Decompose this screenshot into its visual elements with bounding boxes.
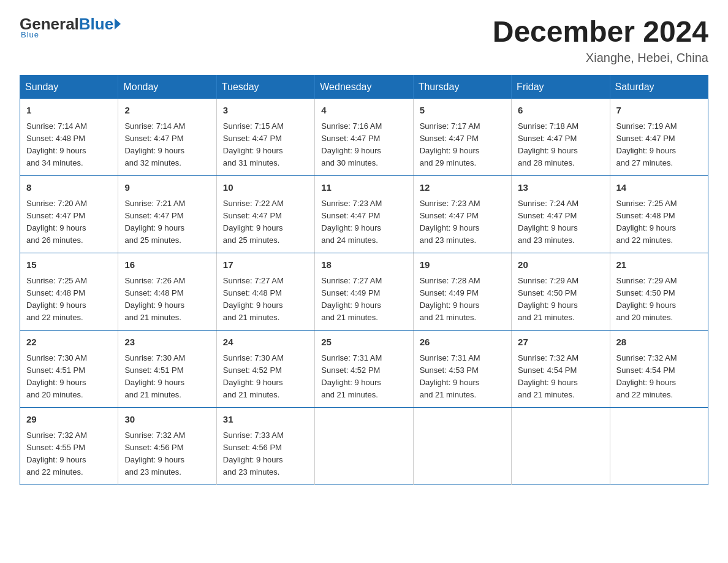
calendar-cell: 26 Sunrise: 7:31 AM Sunset: 4:53 PM Dayl… [413, 331, 511, 408]
day-number: 25 [321, 335, 406, 350]
day-number: 6 [518, 104, 603, 118]
day-info: Sunrise: 7:17 AM Sunset: 4:47 PM Dayligh… [420, 120, 505, 170]
day-number: 14 [616, 181, 702, 195]
day-number: 15 [26, 258, 112, 272]
day-info: Sunrise: 7:26 AM Sunset: 4:48 PM Dayligh… [124, 275, 210, 324]
day-number: 5 [420, 104, 505, 118]
day-info: Sunrise: 7:23 AM Sunset: 4:47 PM Dayligh… [420, 197, 505, 247]
calendar-cell [610, 408, 708, 485]
calendar-header-row: SundayMondayTuesdayWednesdayThursdayFrid… [20, 75, 708, 99]
title-block: December 2024 Xianghe, Hebei, China [493, 15, 708, 65]
calendar-cell: 8 Sunrise: 7:20 AM Sunset: 4:47 PM Dayli… [20, 176, 118, 253]
week-row-4: 22 Sunrise: 7:30 AM Sunset: 4:51 PM Dayl… [20, 331, 708, 408]
calendar-cell: 31 Sunrise: 7:33 AM Sunset: 4:56 PM Dayl… [216, 408, 314, 485]
day-info: Sunrise: 7:25 AM Sunset: 4:48 PM Dayligh… [26, 275, 112, 324]
calendar-cell: 11 Sunrise: 7:23 AM Sunset: 4:47 PM Dayl… [315, 176, 413, 253]
day-info: Sunrise: 7:27 AM Sunset: 4:48 PM Dayligh… [223, 275, 308, 324]
page-header: General Blue Blue December 2024 Xianghe,… [20, 15, 708, 65]
day-info: Sunrise: 7:32 AM Sunset: 4:55 PM Dayligh… [26, 429, 112, 479]
header-saturday: Saturday [610, 75, 708, 99]
calendar-cell: 22 Sunrise: 7:30 AM Sunset: 4:51 PM Dayl… [20, 331, 118, 408]
day-number: 2 [124, 104, 210, 118]
calendar-cell: 27 Sunrise: 7:32 AM Sunset: 4:54 PM Dayl… [512, 331, 610, 408]
day-number: 29 [26, 413, 112, 427]
header-wednesday: Wednesday [315, 75, 413, 99]
day-info: Sunrise: 7:20 AM Sunset: 4:47 PM Dayligh… [26, 197, 112, 247]
header-thursday: Thursday [413, 75, 511, 99]
day-number: 31 [223, 413, 308, 427]
calendar-cell: 21 Sunrise: 7:29 AM Sunset: 4:50 PM Dayl… [610, 253, 708, 331]
day-number: 10 [223, 181, 308, 195]
day-number: 9 [124, 181, 210, 195]
calendar-cell: 13 Sunrise: 7:24 AM Sunset: 4:47 PM Dayl… [512, 176, 610, 253]
week-row-2: 8 Sunrise: 7:20 AM Sunset: 4:47 PM Dayli… [20, 176, 708, 253]
day-info: Sunrise: 7:15 AM Sunset: 4:47 PM Dayligh… [223, 120, 308, 170]
calendar-cell: 24 Sunrise: 7:30 AM Sunset: 4:52 PM Dayl… [216, 331, 314, 408]
calendar-cell: 30 Sunrise: 7:32 AM Sunset: 4:56 PM Dayl… [118, 408, 216, 485]
day-number: 19 [420, 258, 505, 272]
calendar-cell [315, 408, 413, 485]
day-info: Sunrise: 7:32 AM Sunset: 4:54 PM Dayligh… [616, 352, 702, 402]
day-number: 13 [518, 181, 603, 195]
day-number: 4 [321, 104, 406, 118]
calendar-cell: 19 Sunrise: 7:28 AM Sunset: 4:49 PM Dayl… [413, 253, 511, 331]
logo-underline-text: Blue [21, 30, 39, 39]
day-number: 24 [223, 335, 308, 350]
day-number: 8 [26, 181, 112, 195]
logo: General Blue Blue [20, 15, 121, 39]
day-info: Sunrise: 7:32 AM Sunset: 4:54 PM Dayligh… [518, 352, 603, 402]
day-number: 20 [518, 258, 603, 272]
day-info: Sunrise: 7:33 AM Sunset: 4:56 PM Dayligh… [223, 429, 308, 479]
calendar-cell: 12 Sunrise: 7:23 AM Sunset: 4:47 PM Dayl… [413, 176, 511, 253]
calendar-cell: 29 Sunrise: 7:32 AM Sunset: 4:55 PM Dayl… [20, 408, 118, 485]
calendar-cell [413, 408, 511, 485]
calendar-cell: 5 Sunrise: 7:17 AM Sunset: 4:47 PM Dayli… [413, 99, 511, 176]
day-number: 26 [420, 335, 505, 350]
calendar-cell: 14 Sunrise: 7:25 AM Sunset: 4:48 PM Dayl… [610, 176, 708, 253]
logo-blue-text: Blue [79, 15, 113, 34]
day-info: Sunrise: 7:28 AM Sunset: 4:49 PM Dayligh… [420, 275, 505, 324]
calendar-cell: 4 Sunrise: 7:16 AM Sunset: 4:47 PM Dayli… [315, 99, 413, 176]
day-number: 30 [124, 413, 210, 427]
calendar-cell: 7 Sunrise: 7:19 AM Sunset: 4:47 PM Dayli… [610, 99, 708, 176]
day-info: Sunrise: 7:22 AM Sunset: 4:47 PM Dayligh… [223, 197, 308, 247]
day-info: Sunrise: 7:30 AM Sunset: 4:52 PM Dayligh… [223, 352, 308, 402]
header-friday: Friday [512, 75, 610, 99]
calendar-cell: 28 Sunrise: 7:32 AM Sunset: 4:54 PM Dayl… [610, 331, 708, 408]
calendar-cell: 25 Sunrise: 7:31 AM Sunset: 4:52 PM Dayl… [315, 331, 413, 408]
day-info: Sunrise: 7:30 AM Sunset: 4:51 PM Dayligh… [26, 352, 112, 402]
day-info: Sunrise: 7:23 AM Sunset: 4:47 PM Dayligh… [321, 197, 406, 247]
day-info: Sunrise: 7:29 AM Sunset: 4:50 PM Dayligh… [616, 275, 702, 324]
calendar-cell [512, 408, 610, 485]
day-number: 23 [124, 335, 210, 350]
day-number: 16 [124, 258, 210, 272]
day-info: Sunrise: 7:19 AM Sunset: 4:47 PM Dayligh… [616, 120, 702, 170]
day-info: Sunrise: 7:32 AM Sunset: 4:56 PM Dayligh… [124, 429, 210, 479]
calendar-cell: 6 Sunrise: 7:18 AM Sunset: 4:47 PM Dayli… [512, 99, 610, 176]
day-number: 3 [223, 104, 308, 118]
day-info: Sunrise: 7:29 AM Sunset: 4:50 PM Dayligh… [518, 275, 603, 324]
day-number: 11 [321, 181, 406, 195]
logo-arrow-icon [115, 18, 121, 29]
day-info: Sunrise: 7:18 AM Sunset: 4:47 PM Dayligh… [518, 120, 603, 170]
calendar-cell: 20 Sunrise: 7:29 AM Sunset: 4:50 PM Dayl… [512, 253, 610, 331]
day-info: Sunrise: 7:27 AM Sunset: 4:49 PM Dayligh… [321, 275, 406, 324]
header-tuesday: Tuesday [216, 75, 314, 99]
calendar-cell: 15 Sunrise: 7:25 AM Sunset: 4:48 PM Dayl… [20, 253, 118, 331]
week-row-1: 1 Sunrise: 7:14 AM Sunset: 4:48 PM Dayli… [20, 99, 708, 176]
day-info: Sunrise: 7:31 AM Sunset: 4:53 PM Dayligh… [420, 352, 505, 402]
day-number: 21 [616, 258, 702, 272]
calendar-cell: 23 Sunrise: 7:30 AM Sunset: 4:51 PM Dayl… [118, 331, 216, 408]
day-info: Sunrise: 7:14 AM Sunset: 4:48 PM Dayligh… [26, 120, 112, 170]
calendar-cell: 17 Sunrise: 7:27 AM Sunset: 4:48 PM Dayl… [216, 253, 314, 331]
day-number: 28 [616, 335, 702, 350]
calendar-cell: 3 Sunrise: 7:15 AM Sunset: 4:47 PM Dayli… [216, 99, 314, 176]
day-number: 1 [26, 104, 112, 118]
day-info: Sunrise: 7:24 AM Sunset: 4:47 PM Dayligh… [518, 197, 603, 247]
day-info: Sunrise: 7:30 AM Sunset: 4:51 PM Dayligh… [124, 352, 210, 402]
day-info: Sunrise: 7:25 AM Sunset: 4:48 PM Dayligh… [616, 197, 702, 247]
day-number: 12 [420, 181, 505, 195]
day-info: Sunrise: 7:31 AM Sunset: 4:52 PM Dayligh… [321, 352, 406, 402]
day-number: 7 [616, 104, 702, 118]
week-row-5: 29 Sunrise: 7:32 AM Sunset: 4:55 PM Dayl… [20, 408, 708, 485]
